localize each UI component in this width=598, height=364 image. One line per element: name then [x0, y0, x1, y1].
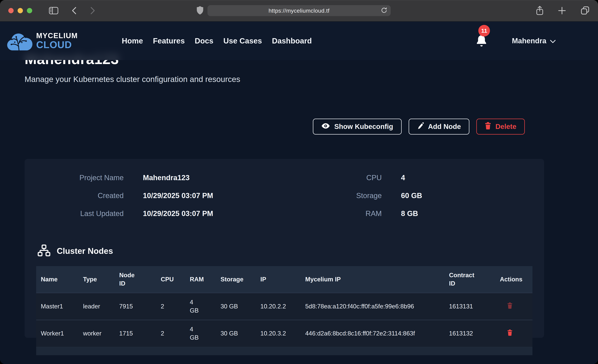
site-logo[interactable]: MYCELIUM CLOUD — [5, 29, 78, 53]
cell-actions — [500, 320, 532, 347]
cell-storage: 30 GB — [221, 320, 260, 347]
info-row-created: Created 10/29/2025 03:07 PM — [36, 191, 290, 200]
info-label: Project Name — [36, 174, 124, 182]
nav-item-docs[interactable]: Docs — [195, 36, 213, 45]
trash-icon — [485, 122, 491, 131]
page-subtitle: Manage your Kubernetes cluster configura… — [25, 75, 544, 84]
nav-item-features[interactable]: Features — [153, 36, 185, 45]
table-row-worker1: Worker1 worker 1715 2 4 GB 30 GB 10.20.3… — [36, 320, 532, 347]
info-value: Mahendra123 — [143, 174, 190, 182]
info-row-ram: RAM 8 GB — [290, 209, 532, 218]
info-label: Storage — [290, 191, 382, 200]
col-node-id: Node ID — [119, 266, 161, 293]
user-menu[interactable]: Mahendra — [512, 37, 556, 45]
zoom-window-button[interactable] — [27, 8, 32, 13]
cell-node-id: 1715 — [119, 320, 161, 347]
cell-ram: 4 GB — [190, 320, 221, 347]
logo-line1: MYCELIUM — [36, 32, 78, 39]
cell-type: leader — [83, 293, 119, 320]
col-name: Name — [36, 266, 83, 293]
cluster-nodes-header: Cluster Nodes — [36, 245, 532, 257]
browser-window: https://myceliumcloud.tf — [0, 0, 598, 364]
user-name: Mahendra — [512, 37, 546, 45]
back-button-icon[interactable] — [72, 7, 76, 14]
nodes-table-header-row: Name Type Node ID CPU RAM Storage IP Myc… — [36, 266, 532, 293]
browser-toolbar: https://myceliumcloud.tf — [0, 0, 598, 22]
reload-icon[interactable] — [381, 7, 387, 15]
col-ram: RAM — [190, 266, 221, 293]
col-contract-id: Contract ID — [449, 266, 500, 293]
col-ip: IP — [260, 266, 305, 293]
info-label: Last Updated — [36, 209, 124, 218]
privacy-shield-icon[interactable] — [197, 6, 203, 16]
info-row-cpu: CPU 4 — [290, 174, 532, 182]
new-tab-icon[interactable] — [558, 7, 566, 15]
notifications-button[interactable]: 11 — [476, 34, 487, 48]
nav-menu: Home Features Docs Use Cases Dashboard — [122, 36, 312, 45]
info-row-project-name: Project Name Mahendra123 — [36, 174, 290, 182]
cloud-logo-icon — [5, 29, 34, 53]
webpage: Mahendra123 Manage your Kubernetes clust… — [0, 22, 598, 364]
cell-node-id: 7915 — [119, 293, 161, 320]
info-label: Created — [36, 191, 124, 200]
info-label: RAM — [290, 209, 382, 218]
cell-ram: 4 GB — [190, 293, 221, 320]
sidebar-toggle-icon[interactable] — [49, 7, 58, 14]
delete-label: Delete — [495, 123, 516, 131]
col-actions: Actions — [500, 266, 532, 293]
cluster-info-right: CPU 4 Storage 60 GB RAM 8 GB — [290, 174, 532, 227]
delete-cluster-button[interactable]: Delete — [476, 119, 525, 134]
address-bar[interactable]: https://myceliumcloud.tf — [208, 5, 391, 16]
close-window-button[interactable] — [8, 8, 14, 13]
cell-name: Worker1 — [36, 320, 83, 347]
show-kubeconfig-label: Show Kubeconfig — [334, 123, 393, 131]
show-kubeconfig-button[interactable]: Show Kubeconfig — [313, 119, 402, 134]
cluster-nodes-title: Cluster Nodes — [57, 246, 113, 256]
eye-icon — [321, 123, 330, 131]
cell-ip: 10.20.2.2 — [260, 293, 305, 320]
minimize-window-button[interactable] — [17, 8, 23, 13]
cell-actions — [500, 293, 532, 320]
cell-mycelium-ip: 5d8:78ea:a120:f40c:ff0f:a5fe:99e6:8b96 — [305, 293, 449, 320]
cell-mycelium-ip: 446:d2a6:8bcd:8c16:ff0f:72e2:3114:863f — [305, 320, 449, 347]
col-cpu: CPU — [161, 266, 190, 293]
forward-button-icon[interactable] — [91, 7, 95, 14]
share-icon[interactable] — [536, 6, 544, 16]
url-text: https://myceliumcloud.tf — [269, 8, 329, 14]
nav-item-dashboard[interactable]: Dashboard — [272, 36, 312, 45]
add-node-label: Add Node — [428, 123, 461, 131]
logo-text: MYCELIUM CLOUD — [36, 32, 78, 50]
network-nodes-icon — [37, 245, 51, 257]
nav-right: 11 Mahendra — [476, 34, 556, 48]
info-value: 60 GB — [401, 191, 422, 200]
info-label: CPU — [290, 174, 382, 182]
toolbar-right-icons — [536, 6, 590, 16]
tab-overview-icon[interactable] — [581, 6, 590, 15]
cluster-info: Project Name Mahendra123 Created 10/29/2… — [36, 174, 532, 227]
chevron-down-icon — [550, 37, 556, 45]
traffic-lights — [8, 8, 32, 13]
delete-node-button[interactable] — [500, 302, 513, 309]
bell-icon — [476, 45, 487, 48]
nav-item-home[interactable]: Home — [122, 36, 143, 45]
add-node-button[interactable]: Add Node — [409, 119, 469, 134]
delete-node-button[interactable] — [500, 330, 513, 336]
cell-contract-id: 1613131 — [449, 293, 500, 320]
info-row-last-updated: Last Updated 10/29/2025 03:07 PM — [36, 209, 290, 218]
info-value: 8 GB — [401, 209, 418, 218]
nav-item-use-cases[interactable]: Use Cases — [223, 36, 262, 45]
logo-line2: CLOUD — [36, 40, 78, 50]
col-storage: Storage — [221, 266, 260, 293]
cluster-info-left: Project Name Mahendra123 Created 10/29/2… — [36, 174, 290, 227]
table-row-master1: Master1 leader 7915 2 4 GB 30 GB 10.20.2… — [36, 293, 532, 320]
col-type: Type — [83, 266, 119, 293]
pencil-icon — [417, 122, 424, 131]
info-value: 10/29/2025 03:07 PM — [143, 209, 213, 218]
cluster-actions: Show Kubeconfig Add Node — [25, 119, 544, 134]
main-content: Mahendra123 Manage your Kubernetes clust… — [0, 22, 598, 338]
cell-cpu: 2 — [161, 293, 190, 320]
cell-name: Master1 — [36, 293, 83, 320]
col-mycelium-ip: Mycelium IP — [305, 266, 449, 293]
info-value: 4 — [401, 174, 405, 182]
nodes-table: Name Type Node ID CPU RAM Storage IP Myc… — [36, 266, 532, 347]
